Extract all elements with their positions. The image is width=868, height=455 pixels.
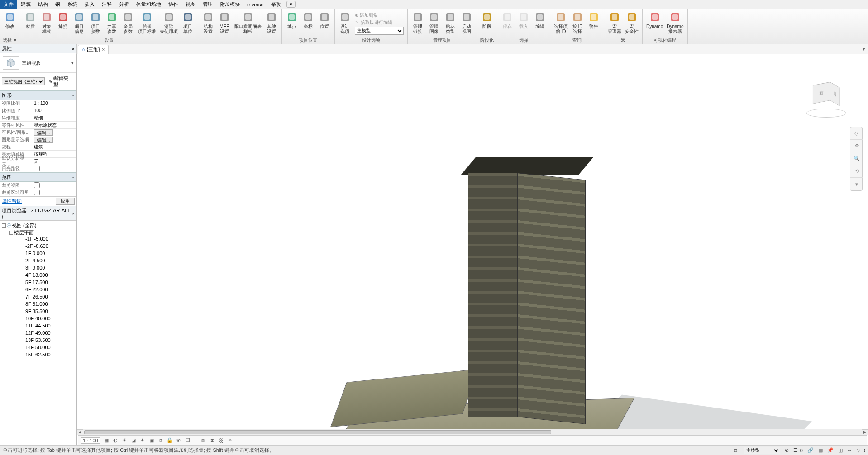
object-styles-button[interactable]: 对象样式: [38, 10, 55, 37]
browser-close[interactable]: ×: [72, 211, 75, 216]
scroll-left-icon[interactable]: ◂: [77, 429, 83, 435]
materials-button[interactable]: 材质: [22, 10, 38, 37]
floor-plan-item[interactable]: 9F 35.500: [9, 308, 75, 316]
menu-overflow[interactable]: ▾: [286, 1, 296, 8]
starting-view-button[interactable]: 启动视图: [458, 10, 475, 37]
property-checkbox[interactable]: [34, 190, 40, 195]
floor-plan-item[interactable]: 1F 0.000: [9, 251, 75, 258]
menu-addins[interactable]: 附加模块: [216, 0, 243, 9]
floor-plan-item[interactable]: 13F 53.500: [9, 337, 75, 345]
floor-plan-item[interactable]: -1F -5.000: [9, 236, 75, 243]
view-instance-select[interactable]: 三维视图: {三维}: [2, 77, 45, 85]
panel-schedule-button[interactable]: 配电盘明细表样板: [233, 10, 263, 43]
units-button[interactable]: 项目单位: [180, 10, 196, 37]
property-value[interactable]: 编辑...: [32, 136, 76, 143]
mep-settings-button[interactable]: MEP设置: [216, 10, 233, 43]
status-filter-underlay-icon[interactable]: ▤: [818, 447, 823, 453]
worksharing-icon[interactable]: ⧈: [200, 437, 206, 444]
menu-insert[interactable]: 插入: [81, 0, 98, 9]
menu-structure[interactable]: 结构: [34, 0, 52, 9]
arrow-cursor-button[interactable]: 修改: [2, 10, 18, 37]
property-value[interactable]: 1 : 100: [32, 100, 76, 107]
tree-toggle-floorplans[interactable]: −: [9, 231, 13, 235]
shared-params-button[interactable]: 共享参数: [104, 10, 120, 37]
property-value[interactable]: 精细: [32, 114, 76, 121]
position-button[interactable]: 位置: [316, 10, 333, 37]
ids-of-selection-button[interactable]: 选择项的 ID: [552, 10, 569, 37]
crop-view-icon[interactable]: ▣: [148, 437, 155, 444]
menu-manage[interactable]: 管理: [199, 0, 216, 9]
project-params-button[interactable]: 项目参数: [87, 10, 104, 37]
detail-level-icon[interactable]: ▦: [103, 437, 110, 444]
property-value[interactable]: [32, 165, 76, 172]
shadows-icon[interactable]: ◢: [130, 437, 137, 444]
viewcube-front[interactable]: 右: [813, 82, 830, 104]
menu-steel[interactable]: 钢: [52, 0, 64, 9]
properties-close[interactable]: ×: [72, 46, 75, 52]
type-dropdown-icon[interactable]: ▾: [71, 60, 74, 66]
viewport-hscroll[interactable]: ◂ ▸: [77, 429, 868, 435]
menu-architecture[interactable]: 建筑: [17, 0, 34, 9]
design-option-select[interactable]: 主模型: [355, 27, 404, 35]
menu-collaborate[interactable]: 协作: [165, 0, 182, 9]
menu-file[interactable]: 文件: [0, 0, 17, 9]
crop-region-icon[interactable]: ⧉: [157, 437, 164, 444]
viewcube-compass[interactable]: [806, 109, 846, 118]
macro-manager-button[interactable]: 宏管理器: [606, 10, 623, 37]
reveal-props-icon[interactable]: ✧: [227, 437, 234, 444]
floor-plan-item[interactable]: 14F 58.000: [9, 345, 75, 352]
floor-plan-item[interactable]: 10F 40.000: [9, 316, 75, 323]
edit-selection-button[interactable]: 编辑: [532, 10, 548, 37]
nav-pan-icon[interactable]: ✥: [850, 140, 863, 152]
type-selector[interactable]: 三维视图 ▾: [0, 53, 76, 73]
structural-settings-button[interactable]: 结构设置: [200, 10, 216, 43]
floor-plan-item[interactable]: 6F 22.000: [9, 287, 75, 294]
menu-analyze[interactable]: 分析: [115, 0, 133, 9]
property-checkbox[interactable]: [34, 166, 40, 171]
floor-plan-item[interactable]: 7F 26.500: [9, 294, 75, 301]
dynamo-player-button[interactable]: Dynamo播放器: [665, 10, 685, 37]
floor-plan-item[interactable]: 4F 13.000: [9, 272, 75, 280]
status-filter-drag-icon[interactable]: ↔: [847, 448, 852, 453]
global-params-button[interactable]: 全局参数: [120, 10, 136, 37]
view-scale[interactable]: 1 : 100: [81, 437, 100, 444]
rendering-icon[interactable]: ✦: [139, 437, 146, 444]
transfer-button[interactable]: 传递项目标准: [136, 10, 158, 37]
edit-type-button[interactable]: ✎ 编辑类型: [47, 74, 75, 89]
analytical-icon[interactable]: ⧗: [209, 437, 215, 444]
scroll-right-icon[interactable]: ▸: [862, 429, 868, 435]
phases-button[interactable]: 阶段: [479, 10, 495, 37]
design-options-button[interactable]: 设计选项: [337, 10, 353, 37]
chevron-down-icon[interactable]: ▾: [850, 178, 863, 190]
property-value[interactable]: 建筑: [32, 143, 76, 150]
floor-plan-item[interactable]: 8F 31.000: [9, 301, 75, 308]
lock-view-icon[interactable]: 🔒: [167, 437, 173, 444]
tree-floorplans-label[interactable]: 楼层平面: [14, 229, 34, 236]
menu-view[interactable]: 视图: [182, 0, 199, 9]
menu-systems[interactable]: 系统: [64, 0, 81, 9]
tree-root-label[interactable]: 视图 (全部): [12, 222, 36, 229]
tree-toggle-views[interactable]: −: [2, 223, 6, 228]
property-value[interactable]: 按规程: [32, 151, 76, 157]
property-edit-button[interactable]: 编辑...: [34, 129, 53, 136]
macro-security-button[interactable]: 宏安全性: [623, 10, 640, 37]
constraints-icon[interactable]: ⛓: [218, 437, 224, 444]
reveal-hidden-icon[interactable]: ❒: [185, 437, 191, 444]
visual-style-icon[interactable]: ◐: [112, 437, 119, 444]
status-exclude-icon[interactable]: ⊘: [785, 447, 789, 453]
floor-plan-item[interactable]: 5F 17.500: [9, 280, 75, 287]
status-workset[interactable]: ⧉: [734, 447, 739, 453]
sun-path-icon[interactable]: ☀: [121, 437, 128, 444]
coordinates-button[interactable]: 坐标: [300, 10, 316, 37]
floor-plan-item[interactable]: -2F -8.600: [9, 243, 75, 251]
status-filter-pin-icon[interactable]: 📌: [827, 447, 834, 453]
floor-plan-item[interactable]: 3F 9.000: [9, 265, 75, 272]
property-value[interactable]: 100: [32, 107, 76, 114]
viewcube[interactable]: 右 后: [806, 79, 847, 120]
floor-plan-item[interactable]: 2F 4.500: [9, 258, 75, 265]
section-graphics[interactable]: 图形⌄: [0, 90, 76, 100]
temp-hide-icon[interactable]: 👁: [176, 437, 182, 444]
property-checkbox[interactable]: [34, 182, 40, 188]
menu-everse[interactable]: e-verse: [243, 1, 267, 8]
scroll-thumb[interactable]: [84, 430, 551, 434]
